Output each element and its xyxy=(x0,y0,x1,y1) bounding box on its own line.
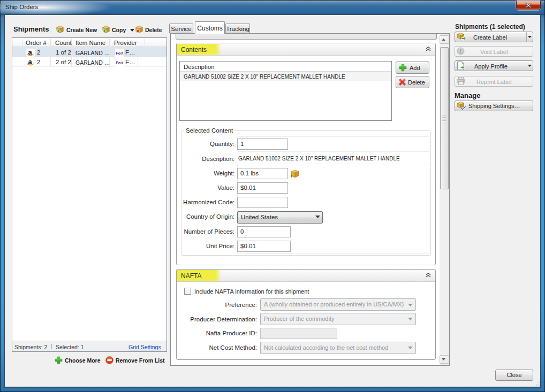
svg-text:Ex: Ex xyxy=(121,51,124,56)
svg-text:Ex: Ex xyxy=(121,60,124,65)
